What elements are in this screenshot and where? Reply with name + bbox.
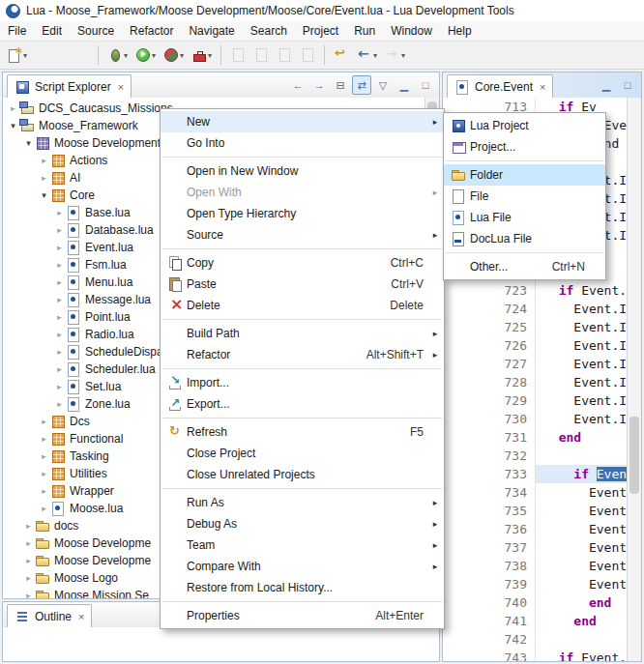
menu-window[interactable]: Window	[383, 22, 440, 40]
close-icon[interactable]: ×	[540, 81, 545, 93]
tab-outline[interactable]: Outline ×	[7, 604, 92, 627]
doc-gray-button[interactable]	[250, 43, 272, 68]
menu-item-lua-project[interactable]: Lua Project	[444, 115, 605, 136]
chevron-collapsed-icon[interactable]: ▸	[38, 469, 50, 478]
chevron-collapsed-icon[interactable]: ▸	[53, 399, 66, 409]
menu-item-run-as[interactable]: Run As▸	[161, 492, 444, 513]
menu-item-file[interactable]: File	[444, 186, 605, 207]
chevron-collapsed-icon[interactable]: ▸	[38, 451, 50, 461]
ext-tools-button[interactable]: ▾	[189, 43, 215, 68]
menu-item-new[interactable]: New▸	[161, 111, 444, 132]
tab-core-event[interactable]: Core.Event ×	[447, 74, 553, 98]
run-button[interactable]: ▾	[132, 43, 159, 68]
doc-gray-button[interactable]	[227, 43, 249, 68]
minimize-button[interactable]: ▁	[597, 75, 616, 95]
menu-edit[interactable]: Edit	[34, 22, 70, 40]
code-line[interactable]: 732	[443, 447, 627, 465]
chevron-collapsed-icon[interactable]: ▸	[53, 277, 66, 287]
chevron-collapsed-icon[interactable]: ▸	[53, 225, 66, 235]
menu-item-refresh[interactable]: RefreshF5	[161, 421, 444, 443]
code-line[interactable]: 743 if Event.ta	[443, 649, 627, 661]
menu-item-open-with[interactable]: Open With▸	[161, 182, 444, 203]
menu-item-delete[interactable]: DeleteDelete	[161, 295, 444, 316]
collapse-all-button[interactable]: ⊟	[331, 75, 350, 95]
chevron-collapsed-icon[interactable]: ▸	[7, 103, 19, 113]
maximize-button[interactable]: □	[618, 75, 637, 95]
code-line[interactable]: 730 Event.I	[443, 410, 627, 428]
maximize-button[interactable]: □	[416, 75, 435, 95]
doc-gray-button[interactable]	[274, 43, 295, 68]
code-line[interactable]: 733 if Event.	[443, 465, 627, 483]
dropdown-arrow-icon[interactable]: ▾	[23, 51, 27, 60]
editor-scrollbar[interactable]	[627, 98, 641, 661]
code-line[interactable]: 739 Event.I	[443, 575, 627, 593]
chevron-collapsed-icon[interactable]: ▸	[22, 521, 35, 531]
menu-item-refactor[interactable]: RefactorAlt+Shift+T▸	[161, 344, 444, 365]
dropdown-arrow-icon[interactable]: ▾	[180, 51, 184, 60]
menu-search[interactable]: Search	[243, 22, 295, 40]
minimize-button[interactable]: ▁	[395, 75, 414, 95]
chevron-collapsed-icon[interactable]: ▸	[38, 417, 50, 426]
chevron-collapsed-icon[interactable]: ▸	[53, 382, 66, 391]
chevron-collapsed-icon[interactable]: ▸	[53, 295, 66, 304]
code-line[interactable]: 734 Event.I	[443, 483, 627, 502]
code-line[interactable]: 727 Event.I	[443, 355, 627, 373]
dropdown-arrow-icon[interactable]: ▾	[208, 51, 212, 60]
menu-item-doclua-file[interactable]: DocLua File	[444, 228, 605, 249]
code-line[interactable]: 742	[443, 630, 627, 649]
chevron-collapsed-icon[interactable]: ▸	[53, 312, 66, 322]
menu-item-open-type-hierarchy[interactable]: Open Type Hierarchy	[161, 203, 444, 224]
menu-file[interactable]: File	[0, 22, 34, 40]
dropdown-arrow-icon[interactable]: ▾	[152, 51, 156, 60]
chevron-collapsed-icon[interactable]: ▸	[38, 434, 50, 444]
code-line[interactable]: 741 end	[443, 612, 627, 630]
chevron-collapsed-icon[interactable]: ▸	[22, 591, 35, 598]
scrollbar-thumb[interactable]	[629, 417, 639, 494]
chevron-collapsed-icon[interactable]: ▸	[38, 156, 50, 165]
chevron-collapsed-icon[interactable]: ▸	[38, 504, 50, 513]
chevron-collapsed-icon[interactable]: ▸	[53, 260, 66, 270]
dropdown-arrow-icon[interactable]: ▾	[401, 51, 405, 60]
code-line[interactable]: 735 Event.I	[443, 502, 627, 520]
chevron-collapsed-icon[interactable]: ▸	[53, 330, 66, 339]
new-wizard-button[interactable]: ▾	[4, 43, 30, 68]
profile-button[interactable]: ▾	[161, 43, 187, 68]
code-line[interactable]: 724 Event.I	[443, 300, 627, 318]
chevron-expanded-icon[interactable]: ▾	[7, 121, 19, 130]
menu-item-import[interactable]: Import...	[161, 372, 444, 393]
menu-source[interactable]: Source	[70, 22, 122, 40]
menu-item-team[interactable]: Team▸	[161, 534, 444, 556]
last-edit-button[interactable]	[331, 43, 352, 68]
menu-item-lua-file[interactable]: Lua File	[444, 207, 605, 228]
code-line[interactable]: 725 Event.I	[443, 318, 627, 336]
chevron-collapsed-icon[interactable]: ▸	[53, 208, 66, 217]
code-line[interactable]: 737 Event.I	[443, 538, 627, 557]
chevron-expanded-icon[interactable]: ▾	[22, 138, 35, 148]
menu-item-restore-from-local-history[interactable]: Restore from Local History...	[161, 577, 444, 598]
menu-item-close-project[interactable]: Close Project	[161, 443, 444, 464]
forward-button[interactable]: ▾	[382, 43, 408, 68]
doc-gray-button[interactable]	[297, 43, 318, 68]
menu-item-export[interactable]: Export...	[161, 393, 444, 415]
chevron-collapsed-icon[interactable]: ▸	[38, 173, 50, 183]
code-line[interactable]: 736 Event.I	[443, 520, 627, 538]
menu-item-properties[interactable]: PropertiesAlt+Enter	[161, 605, 444, 626]
dropdown-arrow-icon[interactable]: ▾	[373, 51, 377, 60]
chevron-collapsed-icon[interactable]: ▸	[53, 364, 66, 374]
back-button[interactable]: ▾	[354, 43, 380, 68]
menu-project[interactable]: Project	[295, 22, 346, 40]
tab-script-explorer[interactable]: Script Explorer ×	[7, 74, 132, 98]
chevron-collapsed-icon[interactable]: ▸	[22, 573, 35, 583]
back-arrow-button[interactable]: ←	[288, 75, 307, 95]
code-line[interactable]: 726 Event.I	[443, 336, 627, 355]
chevron-collapsed-icon[interactable]: ▸	[22, 538, 35, 548]
chevron-collapsed-icon[interactable]: ▸	[53, 243, 66, 252]
chevron-collapsed-icon[interactable]: ▸	[38, 486, 50, 496]
close-icon[interactable]: ×	[118, 81, 124, 93]
menu-item-source[interactable]: Source▸	[161, 224, 444, 245]
forward-arrow-button[interactable]: →	[309, 75, 329, 95]
menu-item-debug-as[interactable]: Debug As▸	[161, 513, 444, 534]
menu-item-paste[interactable]: PasteCtrl+V	[161, 274, 444, 295]
code-line[interactable]: 740 end	[443, 593, 627, 612]
menu-item-compare-with[interactable]: Compare With▸	[161, 556, 444, 577]
